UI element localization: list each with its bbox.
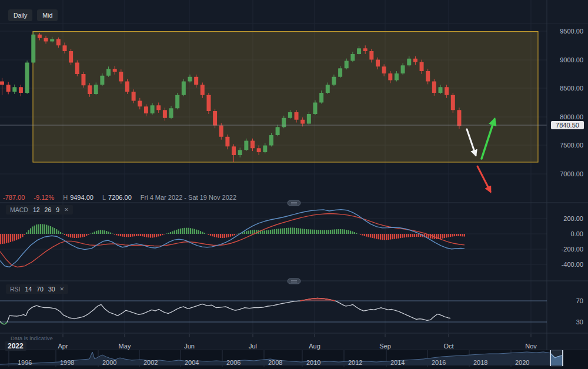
candle-body <box>369 51 373 60</box>
time-axis-month-label: Jul <box>249 343 257 350</box>
panel-resize-handle[interactable] <box>288 279 300 284</box>
candle-body <box>263 145 267 152</box>
navigator-year-label: 2006 <box>226 359 240 366</box>
macd-axis-tick: -400.00 <box>550 261 583 268</box>
candle-body <box>106 69 111 76</box>
price-axis-tick: 9500.00 <box>550 28 583 35</box>
rsi-axis-tick: 70 <box>550 297 583 304</box>
candle-body <box>38 35 42 38</box>
time-axis-month-label: Jun <box>184 343 195 350</box>
candle-body <box>163 110 167 118</box>
candle-body <box>119 72 123 82</box>
candle-body <box>326 85 330 93</box>
candle-body <box>44 38 48 42</box>
candle-body <box>457 110 461 126</box>
candle-body <box>19 87 23 93</box>
time-axis-month-label: May <box>119 343 131 350</box>
macd-axis-tick: 0.00 <box>550 230 583 237</box>
time-axis-month-label: Sep <box>379 343 391 350</box>
price-axis-tick: 8500.00 <box>550 85 583 92</box>
navigator-year-label: 2016 <box>432 359 446 366</box>
high-readout: H9494.00 <box>63 194 93 201</box>
candle-body <box>182 82 186 95</box>
navigator-year-label: 2020 <box>515 359 529 366</box>
candle-body <box>300 120 305 124</box>
price-axis-tick: 8000.00 <box>550 113 583 120</box>
navigator-year-label: 2012 <box>348 359 362 366</box>
candle-body <box>269 135 273 145</box>
candle-body <box>132 92 136 101</box>
macd-fast-param: 12 <box>33 206 40 213</box>
candle-body <box>25 62 29 93</box>
price-axis-tick: 7000.00 <box>550 170 583 177</box>
panel-resize-handle[interactable] <box>288 200 300 206</box>
candle-body <box>6 85 11 92</box>
candle-body <box>420 62 424 71</box>
candle-body <box>188 77 192 82</box>
navigator-year-label: 2014 <box>390 359 405 366</box>
candle-body <box>295 112 299 120</box>
candle-body <box>313 103 318 114</box>
rsi-close-icon[interactable]: ✕ <box>60 286 65 292</box>
price-status-row: -787.00 -9.12% H9494.00 L7206.00 Fri 4 M… <box>3 194 236 201</box>
top-toolbar: Daily Mid <box>8 9 58 21</box>
macd-label: MACD <box>10 206 28 213</box>
navigator-scrubber[interactable] <box>0 350 588 369</box>
candle-body <box>363 48 368 51</box>
data-indicative-note: Data is indicative <box>11 335 53 341</box>
candle-body <box>144 106 148 113</box>
candle-body <box>219 125 223 136</box>
navigator-year-label: 2002 <box>143 359 158 366</box>
macd-close-icon[interactable]: ✕ <box>64 207 69 213</box>
candle-body <box>350 54 355 61</box>
candle-body <box>63 45 67 51</box>
chart-canvas[interactable] <box>0 0 588 369</box>
candle-body <box>201 85 205 95</box>
candle-body <box>382 66 386 73</box>
rsi-lower-param: 30 <box>48 286 55 293</box>
candle-body <box>56 39 61 46</box>
macd-signal-param: 9 <box>56 206 59 213</box>
candle-body <box>282 118 286 128</box>
navigator-selection-window[interactable] <box>550 350 563 366</box>
last-price-label: 7840.50 <box>551 121 584 129</box>
candle-body <box>50 39 54 42</box>
bearish-scenario-arrow[interactable] <box>477 166 490 192</box>
candle-body <box>439 87 443 93</box>
candle-body <box>75 62 79 73</box>
rsi-upper-param: 70 <box>36 286 44 293</box>
navigator-year-label: 1998 <box>60 359 74 366</box>
price-axis-tick: 7500.00 <box>550 142 583 149</box>
rsi-legend[interactable]: RSI 14 70 30 ✕ <box>6 284 68 294</box>
candle-body <box>432 82 436 93</box>
navigator-year-label: 2008 <box>268 359 282 366</box>
candle-body <box>244 141 248 150</box>
range-highlight-box[interactable] <box>33 32 538 162</box>
change-percent: -9.12% <box>34 194 54 201</box>
macd-legend[interactable]: MACD 12 26 9 ✕ <box>6 205 73 214</box>
candle-body <box>288 112 292 118</box>
candle-body <box>250 141 255 149</box>
candle-body <box>445 87 449 95</box>
candle-body <box>332 77 336 85</box>
candle-body <box>206 95 211 111</box>
time-axis-month-label: Nov <box>525 343 537 350</box>
rsi-period-param: 14 <box>25 286 32 293</box>
candle-body <box>100 76 104 85</box>
navigator-year-label: 1996 <box>18 359 32 366</box>
candle-body <box>319 93 323 103</box>
candle-body <box>81 74 85 85</box>
candle-body <box>225 137 229 147</box>
macd-axis-tick: -200.00 <box>550 246 583 253</box>
candle-body <box>338 68 342 77</box>
mid-tab-button[interactable]: Mid <box>37 9 58 21</box>
time-axis-month-label: Oct <box>443 343 453 350</box>
candle-body <box>426 71 430 81</box>
date-range: Fri 4 Mar 2022 - Sat 19 Nov 2022 <box>141 194 236 201</box>
rsi-axis-tick: 30 <box>550 318 583 326</box>
daily-tab-button[interactable]: Daily <box>8 9 32 21</box>
macd-axis-tick: 200.00 <box>550 215 583 222</box>
change-value: -787.00 <box>3 194 25 201</box>
candle-body <box>94 85 98 94</box>
candle-body <box>156 105 161 110</box>
